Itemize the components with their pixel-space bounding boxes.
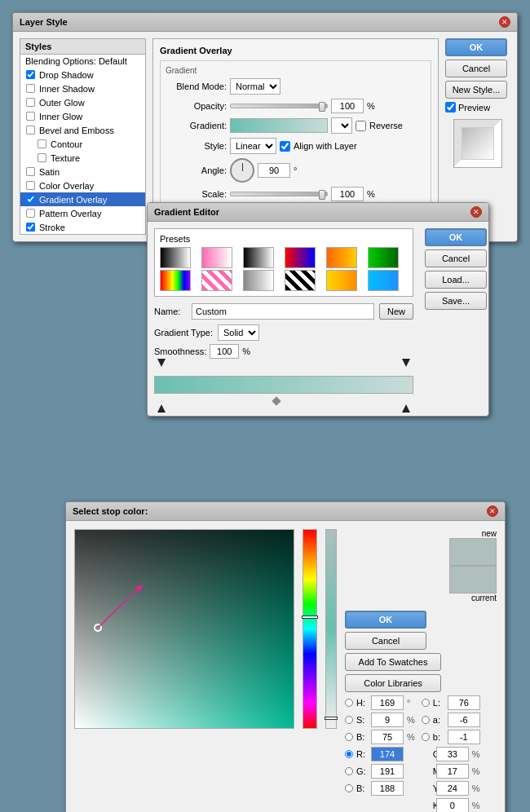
hue-bar[interactable] bbox=[303, 529, 317, 729]
add-to-swatches-button[interactable]: Add To Swatches bbox=[345, 653, 441, 671]
color-stop-left[interactable] bbox=[157, 404, 166, 413]
L-radio[interactable] bbox=[422, 699, 430, 707]
bevel-emboss-checkbox[interactable] bbox=[26, 126, 35, 135]
styles-item-blending[interactable]: Blending Options: Default bbox=[20, 55, 145, 68]
close-icon[interactable]: ✕ bbox=[499, 16, 510, 28]
opacity-stop-right[interactable] bbox=[402, 359, 410, 367]
texture-checkbox[interactable] bbox=[38, 153, 46, 162]
a-input[interactable] bbox=[448, 713, 480, 727]
K-input[interactable] bbox=[436, 798, 469, 812]
ge-new-button[interactable]: New bbox=[379, 303, 413, 320]
contour-checkbox[interactable] bbox=[38, 139, 46, 148]
new-style-button[interactable]: New Style... bbox=[445, 81, 507, 99]
gradient-preview[interactable] bbox=[230, 118, 328, 133]
inner-shadow-checkbox[interactable] bbox=[26, 84, 35, 93]
pattern-overlay-checkbox[interactable] bbox=[26, 209, 35, 218]
opacity-stop-left[interactable] bbox=[157, 359, 166, 367]
cp-cancel-button[interactable]: Cancel bbox=[345, 632, 426, 650]
align-with-layer-checkbox[interactable] bbox=[280, 141, 290, 152]
gradient-strip[interactable] bbox=[154, 376, 413, 394]
blue-input[interactable] bbox=[371, 781, 404, 796]
preview-checkbox[interactable] bbox=[445, 102, 456, 113]
gradient-overlay-checkbox[interactable] bbox=[26, 195, 35, 204]
drop-shadow-checkbox[interactable] bbox=[26, 70, 35, 79]
outer-glow-checkbox[interactable] bbox=[26, 98, 35, 107]
styles-item-outer-glow[interactable]: Outer Glow bbox=[20, 95, 145, 109]
ge-close-icon[interactable]: ✕ bbox=[470, 206, 482, 218]
styles-item-texture[interactable]: Texture bbox=[20, 151, 145, 165]
hue-input[interactable] bbox=[371, 695, 404, 710]
ge-cancel-button[interactable]: Cancel bbox=[425, 249, 487, 267]
stroke-checkbox[interactable] bbox=[26, 223, 35, 232]
sat-radio[interactable] bbox=[345, 716, 353, 724]
green-radio[interactable] bbox=[345, 767, 353, 775]
preset-swatch[interactable] bbox=[243, 247, 274, 268]
L-input[interactable] bbox=[448, 695, 480, 710]
b-lab-input[interactable] bbox=[448, 730, 480, 744]
color-libraries-button[interactable]: Color Libraries bbox=[345, 674, 441, 692]
hue-slider[interactable] bbox=[302, 616, 318, 619]
gradient-arrow-select[interactable] bbox=[331, 117, 352, 134]
ge-type-select[interactable]: Solid bbox=[218, 324, 259, 341]
hue-radio[interactable] bbox=[345, 699, 353, 707]
reverse-checkbox[interactable] bbox=[356, 121, 366, 131]
cp-close-icon[interactable]: ✕ bbox=[487, 505, 498, 517]
ok-button[interactable]: OK bbox=[445, 38, 507, 56]
blend-mode-select[interactable]: Normal bbox=[230, 78, 280, 95]
alpha-bar[interactable] bbox=[325, 529, 337, 729]
styles-item-drop-shadow[interactable]: Drop Shadow bbox=[20, 68, 145, 82]
styles-item-bevel-emboss[interactable]: Bevel and Emboss bbox=[20, 123, 145, 137]
preset-swatch[interactable] bbox=[285, 247, 316, 268]
styles-item-gradient-overlay[interactable]: Gradient Overlay bbox=[20, 192, 145, 206]
ge-load-button[interactable]: Load... bbox=[425, 271, 487, 289]
angle-input[interactable] bbox=[258, 163, 290, 178]
cp-ok-button[interactable]: OK bbox=[345, 611, 426, 629]
preset-swatch[interactable] bbox=[368, 270, 399, 291]
satin-checkbox[interactable] bbox=[26, 167, 35, 176]
preset-swatch[interactable] bbox=[201, 270, 232, 291]
preset-swatch[interactable] bbox=[326, 247, 357, 268]
preset-swatch[interactable] bbox=[285, 270, 316, 291]
styles-item-pattern-overlay[interactable]: Pattern Overlay bbox=[20, 206, 145, 220]
styles-item-contour[interactable]: Contour bbox=[20, 137, 145, 151]
preset-swatch[interactable] bbox=[160, 270, 191, 291]
blue-radio[interactable] bbox=[345, 784, 353, 792]
inner-glow-checkbox[interactable] bbox=[26, 112, 35, 121]
red-radio[interactable] bbox=[345, 750, 353, 758]
styles-item-color-overlay[interactable]: Color Overlay bbox=[20, 179, 145, 192]
ge-ok-button[interactable]: OK bbox=[425, 228, 487, 246]
M-input[interactable] bbox=[436, 764, 469, 779]
sat-input[interactable] bbox=[371, 713, 404, 727]
preset-swatch[interactable] bbox=[160, 247, 191, 268]
a-radio[interactable] bbox=[422, 716, 430, 724]
scale-slider[interactable] bbox=[230, 192, 328, 196]
bri-input[interactable] bbox=[371, 730, 404, 744]
ge-save-button[interactable]: Save... bbox=[425, 292, 487, 310]
styles-item-inner-shadow[interactable]: Inner Shadow bbox=[20, 82, 145, 95]
ge-name-input[interactable] bbox=[192, 303, 374, 320]
b-lab-radio[interactable] bbox=[422, 733, 430, 741]
scale-input[interactable] bbox=[331, 187, 364, 201]
styles-item-inner-glow[interactable]: Inner Glow bbox=[20, 109, 145, 123]
opacity-slider[interactable] bbox=[230, 104, 328, 108]
cancel-button[interactable]: Cancel bbox=[445, 60, 507, 77]
C-input[interactable] bbox=[436, 747, 469, 761]
red-input[interactable] bbox=[371, 747, 404, 761]
opacity-input[interactable] bbox=[331, 99, 364, 113]
alpha-slider[interactable] bbox=[325, 717, 338, 720]
styles-item-stroke[interactable]: Stroke bbox=[20, 220, 145, 234]
styles-item-satin[interactable]: Satin bbox=[20, 165, 145, 179]
green-input[interactable] bbox=[371, 764, 404, 779]
color-overlay-checkbox[interactable] bbox=[26, 181, 35, 190]
style-select[interactable]: Linear bbox=[230, 138, 276, 154]
preset-swatch[interactable] bbox=[326, 270, 357, 291]
color-field[interactable] bbox=[74, 529, 294, 729]
ge-smooth-input[interactable] bbox=[210, 344, 239, 359]
preset-swatch[interactable] bbox=[368, 247, 399, 268]
Y-input[interactable] bbox=[436, 781, 469, 796]
angle-dial[interactable] bbox=[230, 158, 254, 183]
midpoint-marker[interactable] bbox=[272, 396, 281, 405]
preset-swatch[interactable] bbox=[243, 270, 274, 291]
color-stop-right[interactable] bbox=[402, 404, 410, 413]
preset-swatch[interactable] bbox=[201, 247, 232, 268]
